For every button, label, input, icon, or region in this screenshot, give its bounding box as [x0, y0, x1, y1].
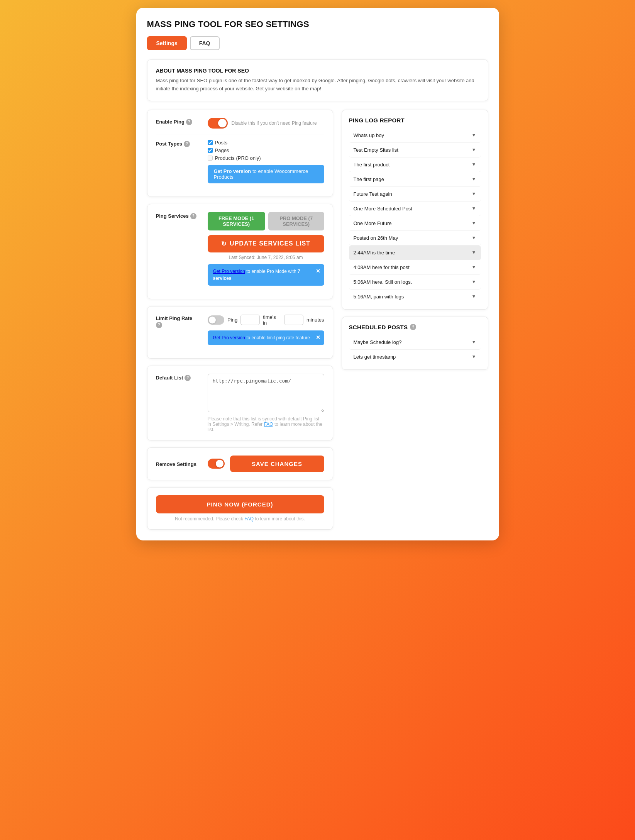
ping-log-list: Whats up boy ▼ Test Empty Sites list ▼ T… — [349, 128, 481, 304]
ping-now-btn[interactable]: PING NOW (FORCED) — [156, 495, 324, 513]
tab-faq[interactable]: FAQ — [190, 36, 220, 50]
checkbox-products: Products (PRO only) — [208, 155, 324, 161]
ping-services-help-icon[interactable]: ? — [190, 213, 196, 219]
tabs-bar: Settings FAQ — [147, 36, 488, 50]
default-list-controls: http://rpc.pingomatic.com/ Please note t… — [208, 374, 324, 432]
default-list-note: Please note that this list is synced wit… — [208, 416, 324, 432]
ping-rate-info-box: Get Pro version to enable limit ping rat… — [208, 330, 324, 345]
free-mode-btn[interactable]: FREE MODE (1 SERVICES) — [208, 212, 265, 230]
ping-text: Ping — [227, 317, 237, 323]
services-mode-row: FREE MODE (1 SERVICES) PRO MODE (7 SERVI… — [208, 212, 324, 230]
minutes-text: minutes — [306, 317, 324, 323]
chevron-down-icon: ▼ — [472, 279, 476, 285]
ping-services-label: Ping Services ? — [156, 212, 202, 219]
ping-rate-info-close[interactable]: ✕ — [316, 334, 320, 342]
times-in-text: time's in — [263, 314, 281, 326]
save-changes-btn[interactable]: SAVE CHANGES — [230, 456, 324, 472]
about-box: ABOUT MASS PING TOOL FOR SEO Mass ping t… — [147, 59, 488, 101]
default-list-help-icon[interactable]: ? — [185, 375, 191, 381]
remove-settings-row: Remove Settings SAVE CHANGES — [156, 456, 324, 472]
chevron-down-icon: ▼ — [472, 206, 476, 211]
right-column: PING LOG REPORT Whats up boy ▼ Test Empt… — [342, 110, 488, 370]
remove-settings-toggle[interactable] — [208, 459, 225, 469]
log-item[interactable]: 5:06AM here. Still on logs. ▼ — [349, 275, 481, 290]
scheduled-post-item[interactable]: Maybe Schedule log? ▼ — [349, 335, 481, 350]
default-list-row: Default List ? http://rpc.pingomatic.com… — [156, 374, 324, 432]
about-title: ABOUT MASS PING TOOL FOR SEO — [156, 68, 479, 74]
post-types-group: Posts Pages Products (PRO only) — [208, 140, 324, 183]
checkbox-pages[interactable]: Pages — [208, 147, 324, 153]
log-item[interactable]: One More Future ▼ — [349, 216, 481, 231]
chevron-down-icon: ▼ — [472, 354, 476, 359]
chevron-down-icon: ▼ — [472, 264, 476, 270]
ping-minutes-input[interactable] — [284, 315, 303, 325]
log-item[interactable]: Future Test again ▼ — [349, 187, 481, 202]
log-item[interactable]: The first product ▼ — [349, 158, 481, 172]
scheduled-post-item[interactable]: Lets get timestamp ▼ — [349, 350, 481, 364]
pro-mode-btn[interactable]: PRO MODE (7 SERVICES) — [268, 212, 324, 230]
ping-services-controls: FREE MODE (1 SERVICES) PRO MODE (7 SERVI… — [208, 212, 324, 286]
limit-ping-rate-card: Limit Ping Rate ? Ping time's in — [147, 306, 333, 359]
post-types-label: Post Types ? — [156, 140, 202, 147]
log-item[interactable]: Posted on 26th May ▼ — [349, 231, 481, 246]
scheduled-posts-help-icon[interactable]: ? — [410, 324, 416, 330]
chevron-down-icon: ▼ — [472, 250, 476, 255]
main-card: MASS PING TOOL FOR SEO SETTINGS Settings… — [136, 8, 499, 540]
sync-text: Last Synced: June 7, 2022, 8:05 am — [208, 255, 324, 260]
post-types-row: Post Types ? Posts Pages — [156, 140, 324, 183]
main-layout: Enable Ping ? Disable this if you don't … — [147, 110, 488, 530]
page-title: MASS PING TOOL FOR SEO SETTINGS — [147, 19, 488, 29]
ping-log-title: PING LOG REPORT — [349, 117, 481, 124]
ping-services-row: Ping Services ? FREE MODE (1 SERVICES) P… — [156, 212, 324, 286]
log-item[interactable]: The first page ▼ — [349, 172, 481, 187]
chevron-down-icon: ▼ — [472, 147, 476, 152]
enable-ping-help-icon[interactable]: ? — [186, 119, 192, 125]
log-item[interactable]: One More Scheduled Post ▼ — [349, 202, 481, 216]
limit-ping-rate-help-icon[interactable]: ? — [156, 322, 162, 328]
enable-ping-toggle-wrap: Disable this if you don't need Ping feat… — [208, 118, 317, 129]
post-types-help-icon[interactable]: ? — [184, 141, 190, 147]
tab-settings[interactable]: Settings — [147, 36, 187, 50]
faq-link-ping-now[interactable]: FAQ — [244, 516, 254, 522]
ping-rate-row: Ping time's in minutes — [208, 314, 324, 326]
chevron-down-icon: ▼ — [472, 191, 476, 196]
ping-log-card: PING LOG REPORT Whats up boy ▼ Test Empt… — [342, 110, 488, 310]
divider-1 — [156, 134, 324, 134]
log-item[interactable]: 4:08AM here for this post ▼ — [349, 260, 481, 275]
enable-ping-label: Enable Ping ? — [156, 118, 202, 125]
limit-ping-rate-row: Limit Ping Rate ? Ping time's in — [156, 314, 324, 345]
scheduled-posts-card: SCHEDULED POSTS ? Maybe Schedule log? ▼ … — [342, 317, 488, 370]
faq-link-default[interactable]: FAQ — [264, 422, 273, 427]
ping-services-card: Ping Services ? FREE MODE (1 SERVICES) P… — [147, 204, 333, 299]
remove-settings-card: Remove Settings SAVE CHANGES — [147, 447, 333, 480]
limit-ping-rate-label: Limit Ping Rate ? — [156, 314, 202, 328]
chevron-down-icon: ▼ — [472, 162, 476, 167]
ping-times-input[interactable] — [240, 315, 260, 325]
default-list-label: Default List ? — [156, 374, 202, 381]
enable-ping-row: Enable Ping ? Disable this if you don't … — [156, 118, 324, 129]
default-list-textarea[interactable]: http://rpc.pingomatic.com/ — [208, 374, 324, 412]
get-pro-woocommerce-btn[interactable]: Get Pro version to enable Woocommerce Pr… — [208, 165, 324, 183]
chevron-down-icon: ▼ — [472, 176, 476, 182]
checkbox-posts[interactable]: Posts — [208, 140, 324, 146]
refresh-icon: ↻ — [221, 240, 227, 247]
ping-rate-toggle[interactable] — [208, 315, 225, 325]
chevron-down-icon: ▼ — [472, 235, 476, 240]
log-item[interactable]: 2:44AM is the time ▼ — [349, 246, 481, 260]
log-item[interactable]: 5:16AM, pain with logs ▼ — [349, 290, 481, 304]
log-item[interactable]: Whats up boy ▼ — [349, 128, 481, 143]
left-column: Enable Ping ? Disable this if you don't … — [147, 110, 333, 530]
log-item[interactable]: Test Empty Sites list ▼ — [349, 143, 481, 158]
chevron-down-icon: ▼ — [472, 339, 476, 345]
default-list-card: Default List ? http://rpc.pingomatic.com… — [147, 366, 333, 440]
chevron-down-icon: ▼ — [472, 294, 476, 299]
chevron-down-icon: ▼ — [472, 220, 476, 226]
enable-ping-toggle[interactable] — [208, 118, 228, 129]
enable-ping-card: Enable Ping ? Disable this if you don't … — [147, 110, 333, 197]
ping-now-note: Not recommended. Please check FAQ to lea… — [156, 516, 324, 522]
enable-ping-hint: Disable this if you don't need Ping feat… — [232, 120, 317, 126]
services-info-close[interactable]: ✕ — [316, 267, 320, 275]
update-services-btn[interactable]: ↻ UPDATE SERVICES LIST — [208, 235, 324, 252]
limit-ping-rate-controls: Ping time's in minutes Get Pro version t… — [208, 314, 324, 345]
about-text: Mass ping tool for SEO plugin is one of … — [156, 77, 479, 93]
